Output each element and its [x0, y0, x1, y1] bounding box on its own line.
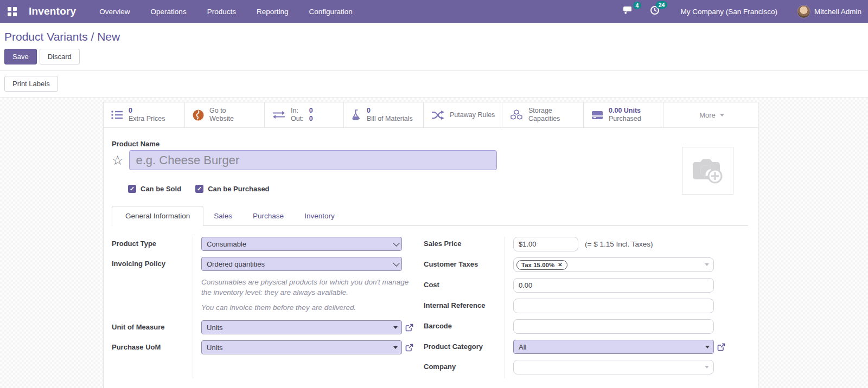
- menu-reporting[interactable]: Reporting: [248, 2, 297, 21]
- company-row: Company: [424, 360, 748, 374]
- can-be-sold-label: Can be Sold: [141, 185, 181, 193]
- internal-reference-input[interactable]: [513, 299, 714, 313]
- chevron-down-icon: [393, 260, 400, 267]
- product-type-label: Product Type: [112, 237, 201, 248]
- extra-prices-label: Extra Prices: [129, 115, 165, 123]
- caret-down-icon: [705, 366, 709, 368]
- company-switcher[interactable]: My Company (San Francisco): [680, 8, 777, 16]
- left-field-group: Product Type Consumable Invoicing Policy…: [112, 237, 424, 380]
- capability-checkboxes: ✓ Can be Sold ✓ Can be Purchased: [128, 185, 748, 193]
- right-field-group: Sales Price (= $ 1.15 Incl. Taxes) Custo…: [424, 237, 748, 380]
- invoicing-policy-label: Invoicing Policy: [112, 257, 201, 268]
- purchase-uom-value: Units: [207, 344, 223, 352]
- out-value: 0: [309, 115, 313, 123]
- product-name-input[interactable]: [129, 150, 497, 170]
- product-name-label: Product Name: [112, 140, 748, 148]
- can-be-sold-checkbox[interactable]: ✓ Can be Sold: [128, 185, 181, 193]
- discard-button[interactable]: Discard: [40, 49, 80, 64]
- transfer-arrows-icon: [272, 111, 285, 119]
- breadcrumb: Product Variants / New: [4, 28, 864, 49]
- user-menu[interactable]: Mitchell Admin: [797, 5, 861, 18]
- cost-row: Cost: [424, 278, 748, 293]
- product-category-label: Product Category: [424, 340, 513, 351]
- uom-select[interactable]: Units: [201, 320, 402, 334]
- bom-label: Bill of Materials: [367, 115, 413, 123]
- purchase-uom-select[interactable]: Units: [201, 340, 402, 354]
- extra-prices-button[interactable]: 0Extra Prices: [104, 102, 185, 127]
- activities-badge: 24: [656, 1, 668, 9]
- company-select[interactable]: [513, 360, 714, 374]
- product-category-external-link-icon[interactable]: [717, 343, 725, 351]
- apps-menu-icon[interactable]: [8, 7, 17, 16]
- in-out-button[interactable]: In:0 Out:0: [265, 102, 344, 127]
- favorite-star-icon[interactable]: ☆: [112, 154, 124, 167]
- remove-tag-icon[interactable]: ✕: [558, 262, 562, 268]
- caret-down-icon: [393, 346, 398, 349]
- product-form-sheet: 0Extra Prices Go toWebsite In:0 Out:0: [103, 102, 758, 388]
- product-type-row: Product Type Consumable: [112, 237, 424, 251]
- cubes-icon: [510, 109, 523, 120]
- flask-icon: [352, 109, 361, 120]
- putaway-label: Putaway Rules: [450, 111, 495, 119]
- storage-line2: Capacities: [528, 115, 560, 123]
- breadcrumb-parent[interactable]: Product Variants: [4, 30, 88, 43]
- barcode-input[interactable]: [513, 319, 714, 334]
- customer-taxes-field[interactable]: Tax 15.00% ✕: [513, 257, 714, 272]
- in-label: In:: [291, 107, 304, 115]
- menu-products[interactable]: Products: [199, 2, 244, 21]
- help-line-1: Consumables are physical products for wh…: [201, 277, 413, 298]
- uom-row: Unit of Measure Units: [112, 320, 424, 334]
- menu-operations[interactable]: Operations: [143, 2, 195, 21]
- product-type-value: Consumable: [207, 240, 246, 248]
- sales-price-input[interactable]: [513, 237, 578, 251]
- product-category-select[interactable]: All: [513, 340, 714, 354]
- stat-button-bar: 0Extra Prices Go toWebsite In:0 Out:0: [104, 102, 758, 128]
- app-title[interactable]: Inventory: [29, 5, 76, 17]
- purchased-button[interactable]: 0.00 UnitsPurchased: [584, 102, 663, 127]
- purchased-value: 0.00 Units: [609, 107, 641, 115]
- tab-inventory[interactable]: Inventory: [294, 206, 345, 225]
- purchased-label: Purchased: [609, 115, 641, 123]
- can-be-purchased-checkbox[interactable]: ✓ Can be Purchased: [195, 185, 269, 193]
- bom-count: 0: [367, 107, 413, 115]
- uom-external-link-icon[interactable]: [405, 324, 413, 332]
- internal-reference-label: Internal Reference: [424, 299, 513, 309]
- tab-purchase[interactable]: Purchase: [242, 206, 294, 225]
- bill-of-materials-button[interactable]: 0Bill of Materials: [344, 102, 424, 127]
- product-category-value: All: [519, 343, 526, 351]
- storage-capacities-button[interactable]: StorageCapacities: [502, 102, 584, 127]
- in-value: 0: [309, 107, 313, 115]
- tab-sales[interactable]: Sales: [203, 206, 242, 225]
- activities-button[interactable]: 24: [644, 2, 665, 21]
- purchase-uom-label: Purchase UoM: [112, 340, 201, 351]
- purchase-uom-external-link-icon[interactable]: [405, 344, 413, 352]
- messages-button[interactable]: 4: [617, 3, 639, 20]
- product-type-help: Consumables are physical products for wh…: [201, 277, 413, 313]
- more-label: More: [699, 111, 716, 119]
- product-type-select[interactable]: Consumable: [201, 237, 402, 251]
- customer-taxes-label: Customer Taxes: [424, 257, 513, 268]
- internal-reference-row: Internal Reference: [424, 299, 748, 313]
- main-menu: Overview Operations Products Reporting C…: [91, 2, 617, 21]
- breadcrumb-separator: /: [88, 30, 98, 43]
- uom-value: Units: [207, 324, 223, 332]
- list-icon: [111, 110, 123, 120]
- shuffle-icon: [431, 111, 444, 120]
- product-image-upload[interactable]: [682, 147, 733, 195]
- tab-general-information[interactable]: General Information: [112, 206, 203, 226]
- cost-input[interactable]: [513, 278, 714, 293]
- more-button[interactable]: More: [663, 102, 758, 127]
- menu-configuration[interactable]: Configuration: [301, 2, 360, 21]
- caret-down-icon: [393, 326, 398, 329]
- putaway-rules-button[interactable]: Putaway Rules: [424, 102, 502, 127]
- user-avatar: [797, 5, 810, 18]
- save-button[interactable]: Save: [4, 49, 37, 64]
- tax-tag-label: Tax 15.00%: [521, 262, 554, 268]
- action-button-row: Print Labels: [0, 71, 868, 98]
- print-labels-button[interactable]: Print Labels: [4, 76, 58, 92]
- go-to-website-button[interactable]: Go toWebsite: [185, 102, 265, 127]
- top-navbar: Inventory Overview Operations Products R…: [0, 0, 868, 23]
- invoicing-policy-select[interactable]: Ordered quantities: [201, 257, 402, 271]
- product-name-row: ☆: [112, 150, 748, 170]
- menu-overview[interactable]: Overview: [91, 2, 138, 21]
